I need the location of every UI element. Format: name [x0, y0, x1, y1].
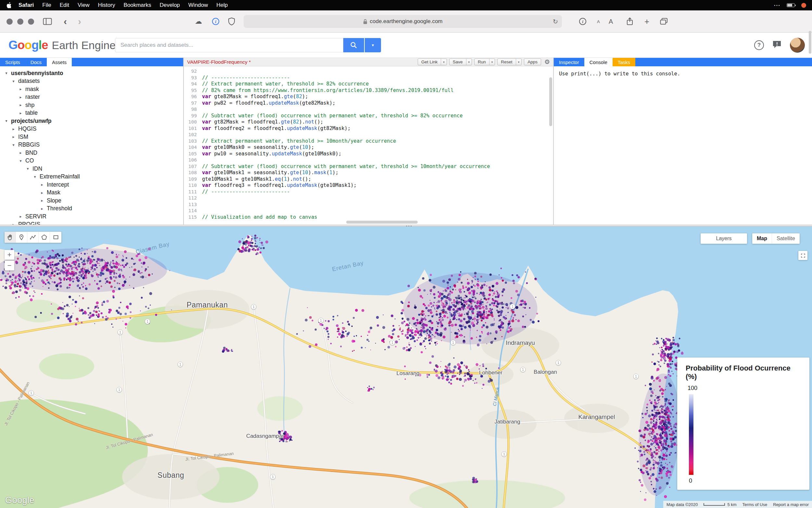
report-map-error-link[interactable]: Report a map error: [773, 502, 809, 507]
code-line-112[interactable]: 112: [184, 195, 553, 202]
forward-button[interactable]: ›: [78, 10, 81, 33]
code-line-103[interactable]: 103// Extract permanent water, threshold…: [184, 138, 553, 144]
chevron-down-icon[interactable]: ▾: [466, 59, 472, 65]
chevron-right-icon[interactable]: ▸: [18, 103, 23, 107]
zoom-out-button[interactable]: −: [5, 261, 14, 270]
chevron-right-icon[interactable]: ▸: [18, 95, 23, 99]
asset-tree-item-users-bennyistanto[interactable]: ▾users/bennyistanto: [0, 69, 183, 77]
menubar-extras-icon[interactable]: ⋯: [774, 2, 780, 8]
asset-tree-item-idn[interactable]: ▾IDN: [0, 165, 183, 173]
code-line-115[interactable]: 115// Visualization and add map to canva…: [184, 214, 553, 221]
minimize-window-button[interactable]: [17, 18, 23, 25]
chevron-down-icon[interactable]: ▾: [25, 166, 30, 171]
zoom-window-button[interactable]: [28, 18, 34, 25]
code-line-107[interactable]: 107// Subtract water (flood) occurrence …: [184, 164, 553, 170]
asset-tree-item-mask[interactable]: ▸Mask: [0, 189, 183, 197]
close-window-button[interactable]: [6, 18, 13, 25]
chevron-right-icon[interactable]: ▸: [18, 111, 23, 115]
chevron-down-icon[interactable]: ▾: [516, 59, 522, 65]
code-line-113[interactable]: 113: [184, 202, 553, 208]
search-options-dropdown[interactable]: ▼: [364, 38, 381, 52]
polygon-tool-icon[interactable]: [39, 232, 50, 243]
asset-tree-item-projects-unwfp[interactable]: ▾projects/unwfp: [0, 117, 183, 125]
battery-icon[interactable]: [787, 3, 795, 7]
chevron-down-icon[interactable]: ▾: [33, 174, 37, 179]
menu-help[interactable]: Help: [212, 2, 232, 8]
menu-file[interactable]: File: [38, 2, 55, 8]
tab-scripts[interactable]: Scripts: [0, 58, 25, 66]
search-input[interactable]: [115, 38, 343, 52]
asset-tree-item-table[interactable]: ▸table: [0, 109, 183, 117]
code-line-98[interactable]: 98: [184, 106, 553, 113]
map-type-satellite-button[interactable]: Satellite: [772, 234, 800, 244]
tab-tasks[interactable]: Tasks: [613, 58, 635, 66]
layers-button[interactable]: Layers: [701, 234, 747, 244]
new-tab-button[interactable]: +: [644, 10, 649, 33]
tab-inspector[interactable]: Inspector: [554, 58, 584, 66]
share-icon[interactable]: [626, 10, 633, 33]
fullscreen-button[interactable]: [798, 251, 807, 260]
menu-develop[interactable]: Develop: [155, 2, 184, 8]
chevron-right-icon[interactable]: ▸: [40, 198, 45, 203]
rectangle-tool-icon[interactable]: [50, 232, 61, 243]
chevron-right-icon[interactable]: ▸: [11, 127, 16, 131]
run-button[interactable]: Run▾: [474, 58, 495, 65]
code-line-95[interactable]: 95// 82% came from https://www.frontiers…: [184, 87, 553, 94]
menu-history[interactable]: History: [94, 2, 120, 8]
get-link-button[interactable]: Get Link▾: [418, 58, 447, 65]
code-line-92[interactable]: 92: [184, 68, 553, 75]
chevron-down-icon[interactable]: ▾: [18, 159, 23, 163]
code-line-105[interactable]: 105var pw10 = seasonality.updateMask(gte…: [184, 151, 553, 157]
cloud-icon[interactable]: ☁: [195, 10, 202, 33]
chevron-down-icon[interactable]: ▾: [441, 59, 446, 65]
asset-tree-item-progis[interactable]: ▸PROGIS: [0, 221, 183, 225]
status-dot-icon[interactable]: [801, 3, 806, 8]
chevron-right-icon[interactable]: ▸: [11, 134, 16, 139]
window-controls[interactable]: [6, 10, 34, 33]
gee-logo[interactable]: Google Earth Engine: [8, 33, 115, 58]
shield-icon[interactable]: [228, 10, 235, 33]
asset-tree-item-extremerainfall[interactable]: ▾ExtremeRainfall: [0, 173, 183, 181]
code-line-110[interactable]: 110var floodfreq3 = floodfreq1.updateMas…: [184, 182, 553, 189]
chevron-right-icon[interactable]: ▸: [18, 87, 23, 91]
code-line-101[interactable]: 101var floodfreq2 = floodfreq1.updateMas…: [184, 125, 553, 132]
text-smaller-button[interactable]: A: [597, 10, 600, 33]
sidebar-toggle-icon[interactable]: [43, 10, 52, 33]
code-line-111[interactable]: 111// --------------------------: [184, 189, 553, 195]
extension-info-icon[interactable]: i: [212, 10, 220, 33]
reader-info-icon[interactable]: i: [579, 10, 586, 33]
asset-tree-item-rbbgis[interactable]: ▾RBBGIS: [0, 141, 183, 149]
tab-assets[interactable]: Assets: [47, 58, 72, 66]
asset-tree-item-bnd[interactable]: ▸BND: [0, 149, 183, 157]
back-button[interactable]: ‹: [64, 10, 67, 33]
line-tool-icon[interactable]: [27, 232, 39, 243]
code-vertical-scrollbar[interactable]: [549, 77, 552, 126]
avatar[interactable]: [790, 38, 805, 53]
asset-tree-item-hqgis[interactable]: ▸HQGIS: [0, 125, 183, 133]
code-horizontal-scrollbar[interactable]: [346, 221, 418, 224]
save-button[interactable]: Save▾: [449, 58, 472, 65]
menu-safari[interactable]: Safari: [14, 2, 38, 8]
search-button[interactable]: [343, 38, 364, 52]
tab-docs[interactable]: Docs: [25, 58, 47, 66]
code-line-109[interactable]: 109gte10Mask1 = gte10Mask1.eq(1).not();: [184, 176, 553, 183]
code-line-104[interactable]: 104var gte10Mask0 = seasonality.gte(10);: [184, 144, 553, 151]
asset-tree-item-servir[interactable]: ▸SERVIR: [0, 213, 183, 221]
map[interactable]: PamanukanSubangIndramayuLohbenerBalongan…: [0, 226, 812, 508]
code-line-99[interactable]: 99// Subtract water (flood) occurrence w…: [184, 113, 553, 119]
code-line-97[interactable]: 97var pw82 = floodfreq1.updateMask(gte82…: [184, 100, 553, 107]
chevron-down-icon[interactable]: ▾: [4, 119, 9, 123]
reload-icon[interactable]: ↻: [553, 18, 558, 25]
asset-tree-item-datasets[interactable]: ▾datasets: [0, 77, 183, 85]
asset-tree-item-slope[interactable]: ▸Slope: [0, 197, 183, 205]
reset-button[interactable]: Reset▾: [497, 58, 522, 65]
asset-tree-item-raster[interactable]: ▸raster: [0, 93, 183, 101]
code-line-114[interactable]: 114: [184, 208, 553, 214]
tab-console[interactable]: Console: [584, 58, 613, 66]
asset-tree-item-ism[interactable]: ▸ISM: [0, 133, 183, 141]
code-line-96[interactable]: 96var gte82Mask = floodfreq1.gte(82);: [184, 94, 553, 100]
chevron-down-icon[interactable]: ▾: [11, 143, 16, 147]
help-icon[interactable]: ?: [754, 40, 764, 50]
code-line-102[interactable]: 102: [184, 132, 553, 138]
text-larger-button[interactable]: A: [609, 10, 613, 33]
